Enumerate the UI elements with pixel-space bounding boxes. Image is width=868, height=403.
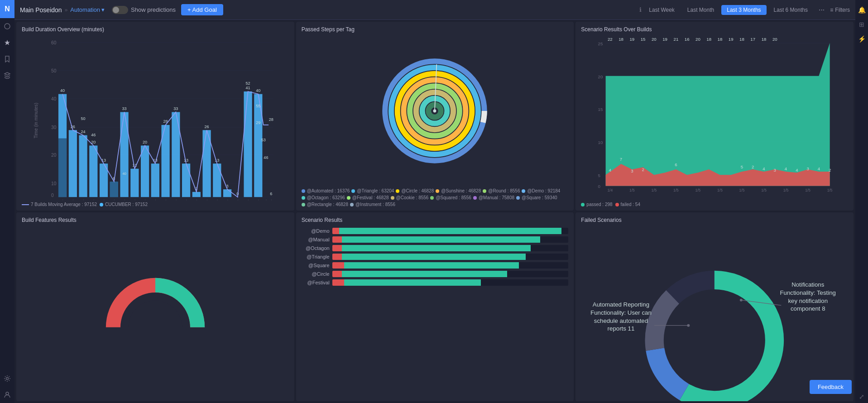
svg-text:1/5: 1/5 xyxy=(827,188,833,192)
right-grid-icon[interactable]: ⊞ xyxy=(856,18,867,31)
legend-cucumber: CUCUMBER : 97152 xyxy=(100,202,148,207)
bar-row-manual: @Manual xyxy=(302,236,569,243)
svg-text:50: 50 xyxy=(81,116,86,121)
svg-text:1/5: 1/5 xyxy=(173,199,179,200)
right-expand-icon[interactable]: ⤢ xyxy=(856,390,867,403)
svg-text:Time (in minutes): Time (in minutes) xyxy=(34,103,38,139)
svg-text:16: 16 xyxy=(685,37,690,42)
svg-text:19: 19 xyxy=(663,37,668,42)
left-sidebar: N xyxy=(0,0,14,403)
right-lightning-icon[interactable]: ⚡ xyxy=(856,33,867,45)
nav-icon-settings[interactable] xyxy=(0,370,14,387)
bar-green-festival xyxy=(344,279,481,286)
svg-text:schedule automated: schedule automated xyxy=(594,317,648,324)
svg-text:5: 5 xyxy=(741,164,743,169)
svg-text:20: 20 xyxy=(652,37,657,42)
svg-text:1/5: 1/5 xyxy=(204,199,210,200)
time-btn-last-month[interactable]: Last Month xyxy=(682,5,719,15)
bar-green-triangle xyxy=(342,254,526,260)
build-features-donut: passed 1 xyxy=(22,226,289,398)
bar-green-octagon xyxy=(342,245,531,251)
legend-dot-icon xyxy=(100,203,103,206)
nav-icon-user[interactable] xyxy=(0,387,14,403)
svg-text:1/5: 1/5 xyxy=(739,188,745,192)
build-duration-legend: 7 Builds Moving Average : 97152 CUCUMBER… xyxy=(22,202,289,207)
svg-text:40: 40 xyxy=(60,88,65,93)
l4-icon xyxy=(436,189,439,193)
svg-text:4: 4 xyxy=(818,166,820,171)
svg-text:3: 3 xyxy=(807,166,809,171)
scenario-results-title: Scenario Results xyxy=(302,217,569,223)
build-duration-chart: 60 50 40 30 20 10 0 Time (in minutes) xyxy=(22,35,289,200)
automation-link[interactable]: Automation ▾ xyxy=(70,6,105,13)
bar-track-triangle xyxy=(332,254,569,260)
scenario-results-bars: @Demo @Manual @Octagon xyxy=(302,226,569,398)
nav-icon-home[interactable] xyxy=(0,18,14,34)
svg-text:1/5: 1/5 xyxy=(193,199,199,200)
bar-red-square xyxy=(332,262,344,269)
svg-text:53: 53 xyxy=(261,138,266,142)
svg-text:19: 19 xyxy=(729,37,734,42)
svg-text:60: 60 xyxy=(51,40,57,45)
svg-text:0: 0 xyxy=(51,193,54,198)
page-title: Main Poseidon xyxy=(20,6,62,14)
svg-rect-30 xyxy=(120,112,128,197)
svg-text:18: 18 xyxy=(718,37,723,42)
failed-scenarios-content: Automated Reporting Functionality: User … xyxy=(581,226,848,401)
legend-passed: passed : 298 xyxy=(581,202,612,207)
svg-text:3: 3 xyxy=(631,168,633,173)
svg-text:3: 3 xyxy=(774,168,776,173)
right-bell-icon[interactable]: 🔔 xyxy=(856,4,867,16)
svg-text:1/5: 1/5 xyxy=(163,199,168,200)
time-btn-last-3-months[interactable]: Last 3 Months xyxy=(721,5,766,15)
bar-row-octagon: @Octagon xyxy=(302,245,569,251)
predictions-toggle[interactable] xyxy=(112,6,128,14)
failed-scenarios-svg: Automated Reporting Functionality: User … xyxy=(581,226,848,401)
svg-text:46: 46 xyxy=(91,133,96,137)
filter-button[interactable]: ≡ Filters xyxy=(830,7,850,13)
add-goal-button[interactable]: + Add Goal xyxy=(181,4,223,15)
svg-text:1/4: 1/4 xyxy=(608,188,613,192)
svg-text:1/5: 1/5 xyxy=(268,199,274,200)
l7-icon xyxy=(302,196,305,200)
svg-text:1/5: 1/5 xyxy=(717,188,723,192)
nav-icon-explore[interactable] xyxy=(0,34,14,51)
topbar-right: ℹ Last Week Last Month Last 3 Months Las… xyxy=(639,5,850,15)
l10-icon xyxy=(430,196,434,200)
nav-icon-bookmark[interactable] xyxy=(0,51,14,67)
feedback-button[interactable]: Feedback xyxy=(810,380,852,394)
nav-icon-layers[interactable] xyxy=(0,67,14,83)
toggle-area: Show predictions xyxy=(112,6,176,14)
svg-text:1/5: 1/5 xyxy=(91,199,96,200)
filter-icon: ≡ xyxy=(830,7,833,13)
svg-text:52: 52 xyxy=(246,81,250,86)
svg-text:10: 10 xyxy=(51,181,57,186)
svg-text:1/5: 1/5 xyxy=(183,199,189,200)
topbar: Main Poseidon » Automation ▾ Show predic… xyxy=(14,0,855,20)
svg-text:Notifications: Notifications xyxy=(791,281,825,288)
l13-icon xyxy=(302,203,305,206)
failed-icon xyxy=(615,203,619,206)
svg-text:1/5: 1/5 xyxy=(235,199,241,200)
build-features-title: Build Features Results xyxy=(22,217,289,223)
svg-text:20: 20 xyxy=(143,140,147,144)
svg-text:1/5: 1/5 xyxy=(652,188,657,192)
bar-track-festival xyxy=(332,279,569,286)
info-icon[interactable]: ℹ xyxy=(639,6,642,13)
time-btn-last-week[interactable]: Last Week xyxy=(643,5,680,15)
svg-text:1/5: 1/5 xyxy=(629,188,635,192)
panel-passed-steps: Passed Steps per Tag xyxy=(296,22,574,211)
svg-text:19: 19 xyxy=(630,37,635,42)
l12-icon xyxy=(516,196,520,200)
svg-text:25: 25 xyxy=(598,41,603,46)
more-button[interactable]: ··· xyxy=(815,6,828,14)
l2-icon xyxy=(351,189,355,193)
svg-text:0: 0 xyxy=(598,184,601,189)
svg-point-0 xyxy=(5,24,10,29)
svg-text:20: 20 xyxy=(51,153,57,158)
time-btn-last-6-months[interactable]: Last 6 Months xyxy=(768,5,813,15)
svg-text:40: 40 xyxy=(122,172,126,176)
scenario-builds-legend: passed : 298 failed : 54 xyxy=(581,202,848,207)
svg-text:2: 2 xyxy=(829,168,831,173)
bar-red-octagon xyxy=(332,245,342,251)
